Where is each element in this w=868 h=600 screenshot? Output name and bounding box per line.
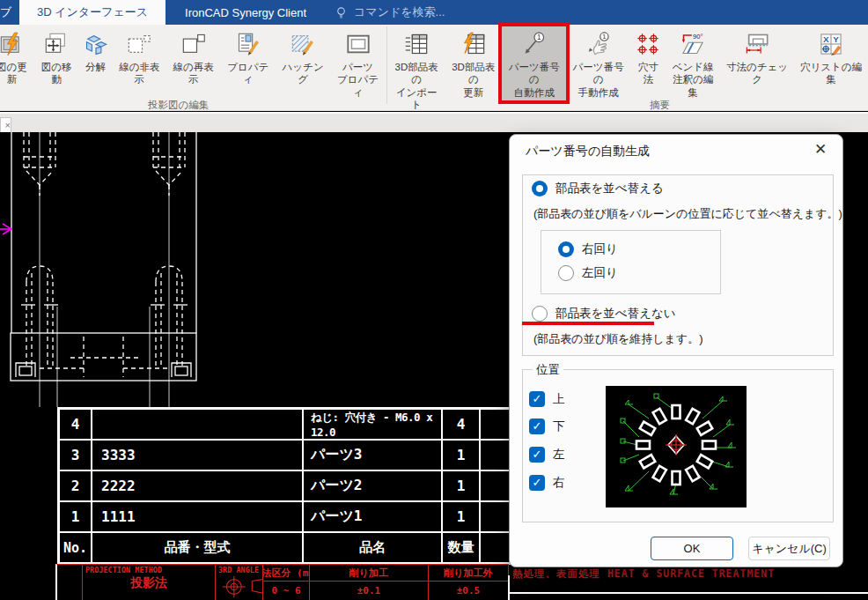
bom-update-icon [460, 29, 487, 59]
hatching-icon [290, 29, 316, 59]
bom-header-cell: 数量 [442, 532, 480, 563]
checkbox-bottom-icon[interactable]: ✓ [529, 419, 545, 434]
checkbox-left-label: 左 [553, 447, 565, 463]
bom-cell: 2 [59, 470, 92, 501]
radio-ccw-icon[interactable] [558, 265, 574, 281]
tb-empty [57, 565, 83, 600]
ribbon-button-label: 線の再表示 [170, 61, 217, 86]
radio-no-sort-icon[interactable] [532, 306, 548, 322]
radio-sort-on-icon[interactable] [532, 181, 548, 196]
annotation-underline [522, 322, 654, 325]
radio-cw-icon[interactable] [558, 241, 574, 257]
tb-machining: 削り加工 [310, 565, 429, 581]
tab-ironcad-synergy-client[interactable]: IronCAD Synergy Client [166, 0, 326, 25]
checkbox-right-icon[interactable]: ✓ [529, 475, 545, 491]
third-angle-symbol [218, 574, 263, 599]
ribbon-button-refresh-view[interactable]: 図の更新 [0, 26, 34, 97]
ribbon-button-label: パーツ番号の 手動作成 [570, 61, 627, 99]
ribbon-button-balloon-auto[interactable]: 1パーツ番号の 自動作成 [502, 26, 566, 100]
tb-angle-cell: 3RD ANGLE P. [216, 565, 263, 600]
ribbon-button-label: 穴リストの編集 [798, 61, 864, 86]
tb-projection-label: PROJECTION METHOD [85, 566, 162, 574]
document-tab-strip: × [0, 112, 868, 132]
sort-radio[interactable]: 部品表を並べ替える [532, 181, 664, 196]
svg-text:Y: Y [833, 34, 839, 44]
balloon-auto-icon: 1 [521, 29, 548, 59]
counterclockwise-label: 左回り [582, 265, 618, 281]
ribbon-button-properties[interactable]: プロパティ [220, 26, 275, 97]
ribbon-button-part-properties[interactable]: パーツ プロパティ [330, 26, 385, 100]
ribbon-button-label: パーツ番号の 自動作成 [505, 61, 563, 99]
checkbox-top-icon[interactable]: ✓ [529, 391, 545, 407]
ribbon-button-bom-import[interactable]: 3D部品表の インポート [388, 26, 445, 114]
bom-header-cell: 品番・型式 [92, 532, 303, 563]
tb-machining2-tol: ±0.5 [429, 581, 509, 600]
tab-partial[interactable]: ブ [0, 0, 12, 25]
counterclockwise-radio[interactable]: 左回り [558, 265, 618, 281]
clockwise-radio[interactable]: 右回り [558, 241, 618, 257]
no-sort-radio[interactable]: 部品表を並べ替えない [532, 306, 676, 322]
bom-cell: 4 [442, 409, 480, 440]
command-search[interactable]: コマンドを検索... [326, 0, 453, 25]
bom-cell: 1 [442, 440, 480, 470]
ribbon-button-balloon-manual[interactable]: 1パーツ番号の 手動作成 [566, 26, 630, 100]
group-label-summary: 摘要 [650, 99, 670, 112]
bom-cell: 1 [59, 501, 92, 532]
bom-cell: 3333 [92, 440, 303, 470]
refresh-view-icon [0, 29, 25, 59]
ok-button[interactable]: OK [651, 537, 733, 560]
bom-cell [480, 409, 511, 440]
tb-projection-cell: PROJECTION METHOD 投影法 [83, 565, 216, 600]
dimension-check-icon [744, 29, 770, 59]
checkbox-bottom-label: 下 [553, 419, 565, 434]
drawing-border-line-h [509, 592, 868, 594]
explode-icon [83, 29, 109, 59]
app-window: ブ 3D インターフェース IronCAD Synergy Client コマン… [0, 0, 868, 600]
lightbulb-icon [335, 5, 348, 19]
ribbon-group-projection-edit: 図の更新図の移動分解線の非表示線の再表示プロパティハッチングパーツ プロパティ [0, 26, 386, 100]
ribbon-button-label: ベンド線 注釈の編集 [669, 61, 717, 99]
checkbox-left[interactable]: ✓ 左 [529, 447, 565, 463]
ribbon-button-label: 図の移動 [38, 61, 76, 86]
command-search-placeholder: コマンドを検索... [354, 4, 445, 20]
ribbon-button-hole-list[interactable]: XY穴リストの編集 [794, 26, 868, 97]
ribbon-button-hide-lines[interactable]: 線の非表示 [113, 26, 166, 97]
ribbon-button-label: 寸法のチェック [724, 61, 791, 86]
svg-text:1: 1 [537, 33, 541, 41]
cancel-button[interactable]: キャンセル(C) [748, 537, 830, 560]
svg-text:1: 1 [602, 33, 606, 41]
ribbon-button-dimension-check[interactable]: 寸法のチェック [720, 26, 794, 97]
clockwise-label: 右回り [582, 241, 618, 257]
tb-dim-class: 寸法区分 (mm) [263, 565, 310, 581]
title-block: 寸法区分 (mm) 削り加工 削り加工外 PROJECTION METHOD 投… [55, 564, 509, 600]
ribbon-button-move-view[interactable]: 図の移動 [34, 26, 79, 97]
group-label-projection-edit: 投影図の編集 [148, 99, 209, 112]
ribbon-button-explode[interactable]: 分解 [79, 26, 113, 97]
ribbon-button-bend-note[interactable]: 90°ベンド線 注釈の編集 [666, 26, 720, 100]
show-lines-icon [180, 29, 207, 59]
tab-3d-interface[interactable]: 3D インターフェース [19, 0, 166, 25]
ribbon-button-show-lines[interactable]: 線の再表示 [166, 26, 220, 97]
checkbox-top[interactable]: ✓ 上 [529, 391, 565, 407]
bom-header-cell: 品名 [303, 532, 442, 563]
bom-cell: 1 [442, 470, 480, 501]
position-group-label: 位置 [533, 362, 563, 378]
checkbox-right[interactable]: ✓ 右 [529, 475, 565, 491]
bom-cell: パーツ3 [303, 440, 442, 470]
heat-treatment-note: 熱処理、表面処理 HEAT & SURFACE TREATMENT [512, 567, 775, 581]
svg-text:X: X [823, 34, 829, 44]
checkbox-left-icon[interactable]: ✓ [529, 447, 545, 463]
close-icon[interactable]: ✕ [811, 140, 830, 159]
tb-dim-range: 0 ~ 6 [263, 581, 310, 600]
checkbox-top-label: 上 [553, 391, 565, 407]
ribbon-button-bom-update[interactable]: 3D部品表の 更新 [445, 26, 502, 100]
bom-table[interactable]: 4ねじ: 穴付き - M6.0 x 12.0433333パーツ3122222パー… [57, 407, 512, 565]
balloon-manual-icon: 1 [585, 29, 612, 59]
ribbon-button-hatching[interactable]: ハッチング [276, 26, 330, 97]
bom-cell [480, 440, 511, 470]
tb-machining-tol: ±0.1 [310, 581, 429, 600]
ribbon-button-hole-dimension[interactable]: 穴寸法 [630, 26, 666, 97]
svg-text:90°: 90° [693, 33, 702, 41]
bom-header-cell: No. [59, 532, 92, 563]
checkbox-bottom[interactable]: ✓ 下 [529, 419, 565, 434]
